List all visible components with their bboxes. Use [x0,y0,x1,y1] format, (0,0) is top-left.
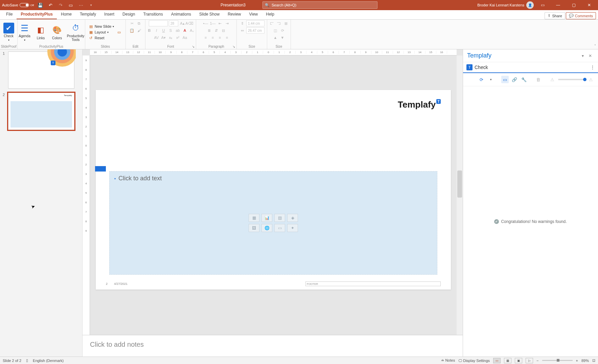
colors-button[interactable]: 🎨Colors [50,25,64,40]
notes-toggle[interactable]: ≐ Notes [441,358,455,363]
delete-icon[interactable]: 🗑 [534,76,542,83]
insert-chart-icon[interactable]: 📊 [261,214,272,222]
search-input[interactable]: 🔍 Search (Alt+Q) [262,1,377,9]
warning-icon[interactable]: ⚠ [549,76,556,83]
autosave-toggle[interactable]: AutoSave Off [2,3,34,7]
width-input[interactable]: 26.47 cm [246,27,264,33]
filter-wrench-icon[interactable]: 🔧 [520,76,528,83]
tab-help[interactable]: Help [262,10,278,19]
accessibility-icon[interactable]: ▯ [26,358,28,363]
pane-options-icon[interactable]: ⋮ [591,65,595,70]
normal-view-icon[interactable]: ▭ [493,358,501,363]
highlight-button[interactable]: Aᵥ [189,27,195,33]
paragraph-dialog-icon[interactable]: ↘ [232,45,235,48]
subscript-button[interactable]: x₂ [168,35,174,41]
slide-footer-field[interactable]: FOOTER [305,281,441,286]
save-icon[interactable]: 💾 [37,1,44,9]
format-painter-icon[interactable]: 🖌 [136,27,142,33]
comments-button[interactable]: 💬Comments [566,12,596,19]
zoom-out-icon[interactable]: − [536,359,538,363]
align-text-button[interactable]: ⊟ [221,27,227,33]
minimize-icon[interactable]: ― [551,0,565,10]
height-input[interactable]: 1.44 cm [246,20,264,26]
insert-smartart-icon[interactable]: ▤ [274,214,285,222]
fit-to-window-icon[interactable]: ⊡ [592,358,595,363]
shadow-button[interactable]: ab [175,27,181,33]
refresh-dropdown-icon[interactable]: ▾ [487,76,495,83]
tab-transitions[interactable]: Transitions [139,10,167,19]
notes-pane[interactable]: Click to add notes [83,335,463,357]
slide-counter[interactable]: Slide 2 of 2 [3,359,21,363]
vertical-scrollbar[interactable] [457,55,463,357]
font-family-combo[interactable] [149,20,168,26]
thumbnail-slide-1[interactable]: 1 T [3,51,79,89]
redo-icon[interactable]: ↷ [57,1,64,9]
font-size-combo[interactable]: 28 [169,20,178,26]
group-button[interactable]: ⊞ [283,20,289,26]
display-settings-button[interactable]: 🖵 Display Settings [458,359,490,363]
char-spacing-button[interactable]: AV [154,35,160,41]
arrange-button[interactable]: ◫ [272,27,278,33]
tab-templafy[interactable]: Templafy [76,10,100,19]
qat-more-icon[interactable]: ⋯ [77,1,85,9]
zoom-in-icon[interactable]: + [576,359,578,363]
warning-high-icon[interactable]: ⚠ [587,76,595,83]
italic-button[interactable]: I [154,27,160,33]
close-icon[interactable]: ✕ [582,0,596,10]
reset-button[interactable]: ↺Reset [89,36,114,40]
filter-link-icon[interactable]: 🔗 [511,76,518,83]
present-from-start-icon[interactable]: ▭ [67,1,74,9]
productivity-tools-button[interactable]: ⏱Productivity Tools [66,23,85,42]
tab-view[interactable]: View [245,10,262,19]
font-dialog-icon[interactable]: ↘ [192,45,194,48]
font-color-button[interactable]: A [182,27,188,33]
sorter-view-icon[interactable]: ▦ [504,358,511,363]
pane-menu-icon[interactable]: ▾ [579,53,586,58]
justify-button[interactable]: ≡ [224,35,230,41]
slide-canvas[interactable]: TemplafyT •Click to add text ▦ 📊 ▤ ◈ 🖼 🌐… [96,90,451,290]
insert-video-icon[interactable]: ▭ [274,224,285,232]
section-button[interactable]: ▭ [116,29,122,35]
bring-front-button[interactable]: ▲ [272,35,278,41]
thumbnail-slide-2[interactable]: 2 Templafy [3,93,79,130]
strike-button[interactable]: S [168,27,174,33]
tab-design[interactable]: Design [118,10,139,19]
check-button[interactable]: ✔ Check ▾ [2,23,16,42]
insert-picture-icon[interactable]: 🖼 [249,224,259,232]
underline-button[interactable]: U [161,27,167,33]
text-direction-button[interactable]: ⇵ [213,27,220,33]
indent-inc-button[interactable]: ⇥ [224,20,230,26]
filter-slide-icon[interactable]: ▭ [501,76,509,83]
align-right-button[interactable]: ≡ [217,35,223,41]
tab-home[interactable]: Home [57,10,76,19]
links-button[interactable]: ◧Links [34,25,48,40]
thumbnail-pane[interactable]: 1 T 2 Templafy [0,49,83,357]
distribute-button[interactable]: ⫎ [276,20,282,26]
new-slide-button[interactable]: ▤New Slide ▾ [89,24,114,29]
change-case-button[interactable]: Aa [182,35,188,41]
indent-dec-button[interactable]: ⇤ [217,20,223,26]
copy-icon[interactable]: ⧉ [136,20,142,26]
tab-review[interactable]: Review [224,10,245,19]
bold-button[interactable]: B [146,27,153,33]
content-placeholder[interactable]: •Click to add text ▦ 📊 ▤ ◈ 🖼 🌐 ▭ ✦ [109,171,437,275]
pane-close-icon[interactable]: ✕ [586,53,594,58]
insert-icon-icon[interactable]: ✦ [287,224,298,232]
decrease-font-icon[interactable]: A▾ [161,35,167,41]
reading-view-icon[interactable]: ▣ [515,358,522,363]
undo-icon[interactable]: ↶ [47,1,54,9]
paste-icon[interactable]: 📋 [129,27,135,33]
avatar[interactable]: 👤 [526,1,534,9]
tab-slide-show[interactable]: Slide Show [195,10,224,19]
slideshow-view-icon[interactable]: ▷ [526,358,533,363]
insert-3d-icon[interactable]: ◈ [287,214,298,222]
zoom-level[interactable]: 89% [581,359,589,363]
share-button[interactable]: ⇪Share [545,12,565,19]
tab-file[interactable]: File [2,10,17,19]
line-spacing-button[interactable]: ≣ [206,27,212,33]
agenda-button[interactable]: ☰Agenda▾ [18,23,32,42]
rotate-button[interactable]: ⟳ [279,27,285,33]
clear-format-icon[interactable]: A⌫ [186,20,192,26]
insert-online-pic-icon[interactable]: 🌐 [261,224,272,232]
insert-table-icon[interactable]: ▦ [249,214,259,222]
